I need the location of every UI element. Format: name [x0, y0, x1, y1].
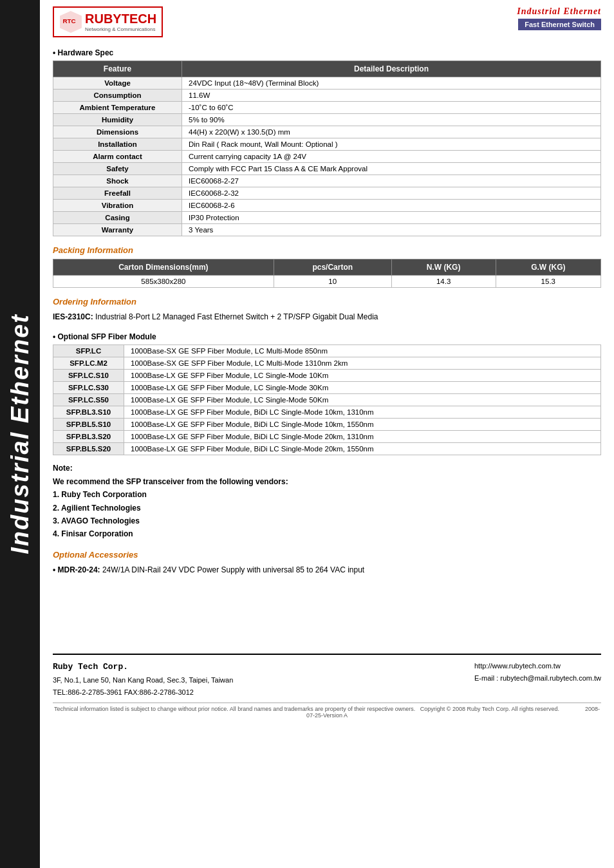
hw-feature: Vibration [53, 200, 182, 212]
left-banner: Industrial Ethernet [0, 0, 40, 868]
vendor-item: 1. Ruby Tech Corporation [53, 488, 601, 501]
footer-website: http://www.rubytech.com.tw [474, 660, 601, 672]
hw-feature: Consumption [53, 90, 182, 102]
table-row: SFP.BL5.S101000Base-LX GE SFP Fiber Modu… [53, 419, 601, 431]
accessories-text: • MDR-20-24: 24W/1A DIN-Rail 24V VDC Pow… [53, 563, 601, 576]
hw-feature: Casing [53, 212, 182, 224]
table-row: Voltage24VDC Input (18~48V) (Terminal Bl… [53, 77, 601, 90]
accessories-item-description: 24W/1A DIN-Rail 24V VDC Power Supply wit… [102, 565, 364, 574]
pack-col3-header: N.W (KG) [391, 259, 496, 276]
logo-ruby: RUBY [85, 12, 122, 26]
note-line1: We recommend the SFP transceiver from th… [53, 477, 288, 486]
table-row: SafetyComply with FCC Part 15 Class A & … [53, 163, 601, 175]
hw-feature: Humidity [53, 114, 182, 126]
sfp-model: SFP.LC.M2 [53, 357, 124, 370]
pack-gw: 15.3 [496, 276, 600, 288]
sfp-description: 1000Base-LX GE SFP Fiber Module, BiDi LC… [124, 431, 601, 443]
header: RTC RUBYTECH Networking & Communications… [53, 6, 601, 41]
table-row: Humidity5% to 90% [53, 114, 601, 126]
footer-bottom: Technical information listed is subject … [53, 703, 601, 719]
packing-table: Carton Dimensions(mm) pcs/Carton N.W (KG… [53, 259, 601, 288]
table-row: SFP.LC1000Base-SX GE SFP Fiber Module, L… [53, 345, 601, 357]
sfp-description: 1000Base-LX GE SFP Fiber Module, LC Sing… [124, 382, 601, 394]
footer-left: Ruby Tech Corp. 3F, No.1, Lane 50, Nan K… [53, 660, 233, 698]
sfp-model: SFP.LC.S30 [53, 382, 124, 394]
header-subtitle: Fast Ethernet Switch [518, 19, 601, 30]
hw-description: 44(H) x 220(W) x 130.5(D) mm [182, 126, 601, 138]
vendor-item: 2. Agilient Technologies [53, 502, 601, 514]
logo-wrapper: RTC RUBYTECH Networking & Communications [53, 6, 163, 37]
accessories-item-label: • MDR-20-24: [53, 565, 100, 574]
sfp-label: • Optional SFP Fiber Module [53, 332, 601, 341]
table-row: ShockIEC60068-2-27 [53, 175, 601, 187]
hw-col2-header: Detailed Description [182, 61, 601, 77]
sfp-description: 1000Base-LX GE SFP Fiber Module, BiDi LC… [124, 443, 601, 455]
sfp-model: SFP.BL5.S20 [53, 443, 124, 455]
sfp-model: SFP.LC.S10 [53, 370, 124, 382]
sfp-model: SFP.BL5.S10 [53, 419, 124, 431]
ordering-description: Industrial 8-Port L2 Managed Fast Ethern… [95, 312, 378, 321]
ordering-section: Ordering Information IES-2310C: Industri… [53, 297, 601, 323]
hw-feature: Shock [53, 175, 182, 187]
footer-company: Ruby Tech Corp. [53, 660, 233, 674]
ordering-product-code: IES-2310C: [53, 312, 93, 321]
hw-description: IEC60068-2-32 [182, 187, 601, 200]
table-row: SFP.LC.S101000Base-LX GE SFP Fiber Modul… [53, 370, 601, 382]
hw-description: IEC60068-2-6 [182, 200, 601, 212]
note-section: Note: We recommend the SFP transceiver f… [53, 462, 601, 540]
pack-dimensions: 585x380x280 [53, 276, 274, 288]
hw-description: IEC60068-2-27 [182, 175, 601, 187]
table-row: FreefallIEC60068-2-32 [53, 187, 601, 200]
packing-section: Packing Information Carton Dimensions(mm… [53, 245, 601, 288]
hardware-spec-section: • Hardware Spec Feature Detailed Descrip… [53, 48, 601, 236]
hardware-spec-label: • Hardware Spec [53, 48, 601, 57]
hw-feature: Dimensions [53, 126, 182, 138]
hw-description: Din Rail ( Rack mount, Wall Mount: Optio… [182, 138, 601, 151]
table-row: SFP.LC.M21000Base-SX GE SFP Fiber Module… [53, 357, 601, 370]
svg-text:RTC: RTC [62, 17, 75, 24]
table-row: SFP.BL3.S201000Base-LX GE SFP Fiber Modu… [53, 431, 601, 443]
banner-industrial: Industrial Ethernet [6, 314, 33, 554]
table-row: Ambient Temperature-10˚C to 60˚C [53, 102, 601, 114]
pack-nw: 14.3 [391, 276, 496, 288]
footer-disclaimer: Technical information listed is subject … [54, 706, 415, 712]
pack-pcs: 10 [274, 276, 391, 288]
footer-tel: TEL:886-2-2785-3961 FAX:886-2-2786-3012 [53, 686, 233, 699]
hw-description: 24VDC Input (18~48V) (Terminal Block) [182, 77, 601, 90]
hw-feature: Ambient Temperature [53, 102, 182, 114]
table-row: SFP.BL3.S101000Base-LX GE SFP Fiber Modu… [53, 406, 601, 419]
hw-feature: Warranty [53, 224, 182, 236]
table-row: Warranty3 Years [53, 224, 601, 236]
vendor-item: 4. Finisar Corporation [53, 527, 601, 540]
hw-col1-header: Feature [53, 61, 182, 77]
logo-subtitle: Networking & Communications [85, 26, 156, 32]
hw-feature: Freefall [53, 187, 182, 200]
ordering-label: Ordering Information [53, 297, 601, 307]
hw-description: Comply with FCC Part 15 Class A & CE Mar… [182, 163, 601, 175]
left-banner-text: Industrial Ethernet [8, 314, 32, 554]
vendor-list: 1. Ruby Tech Corporation2. Agilient Tech… [53, 488, 601, 541]
sfp-model: SFP.BL3.S20 [53, 431, 124, 443]
footer-right: http://www.rubytech.com.tw E-mail : ruby… [474, 660, 601, 684]
logo-icon: RTC [59, 10, 82, 33]
hw-description: 3 Years [182, 224, 601, 236]
table-row: CasingIP30 Protection [53, 212, 601, 224]
sfp-description: 1000Base-LX GE SFP Fiber Module, LC Sing… [124, 394, 601, 406]
table-row: Consumption11.6W [53, 90, 601, 102]
hw-description: 11.6W [182, 90, 601, 102]
logo-area: RTC RUBYTECH Networking & Communications [53, 6, 163, 37]
sfp-description: 1000Base-LX GE SFP Fiber Module, LC Sing… [124, 370, 601, 382]
table-row: Alarm contactCurrent carrying capacity 1… [53, 151, 601, 163]
table-row: SFP.BL5.S201000Base-LX GE SFP Fiber Modu… [53, 443, 601, 455]
table-row: InstallationDin Rail ( Rack mount, Wall … [53, 138, 601, 151]
logo-tech: TECH [122, 12, 156, 26]
ordering-text: IES-2310C: Industrial 8-Port L2 Managed … [53, 310, 601, 323]
sfp-model: SFP.LC.S50 [53, 394, 124, 406]
table-row: SFP.LC.S301000Base-LX GE SFP Fiber Modul… [53, 382, 601, 394]
sfp-model: SFP.LC [53, 345, 124, 357]
pack-col4-header: G.W (KG) [496, 259, 600, 276]
pack-col1-header: Carton Dimensions(mm) [53, 259, 274, 276]
header-title: Industrial Ethernet [517, 6, 601, 17]
hw-feature: Safety [53, 163, 182, 175]
footer-copyright: Copyright © 2008 Ruby Tech Corp. All rig… [420, 706, 559, 712]
